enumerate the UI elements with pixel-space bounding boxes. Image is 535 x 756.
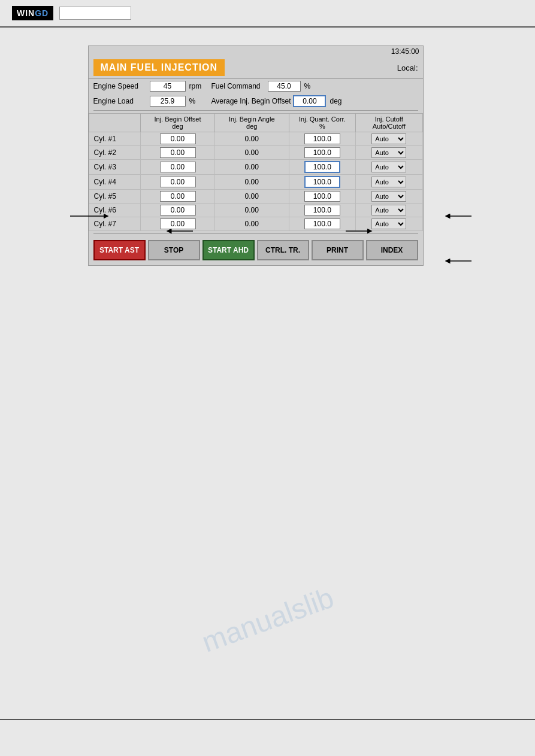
cyl-offset-cell-3 <box>141 160 215 175</box>
cyl-quant-cell-5 <box>289 190 355 204</box>
cyl-quant-input-7[interactable] <box>304 218 340 229</box>
cyl-label-4: Cyl. #4 <box>89 175 141 190</box>
cyl-angle-cell-1: 0.00 <box>214 132 289 146</box>
fuel-command-unit: % <box>304 82 319 90</box>
cyl-angle-cell-3: 0.00 <box>214 160 289 175</box>
engine-speed-label: Engine Speed <box>93 82 147 90</box>
engine-load-unit: % <box>189 97 204 105</box>
fuel-command-fields: Fuel Command % <box>211 81 319 92</box>
engine-load-label: Engine Load <box>93 97 147 105</box>
cyl-quant-input-6[interactable] <box>304 205 340 215</box>
cyl-quant-cell-6 <box>289 204 355 217</box>
cyl-cutoff-cell-3: Auto <box>356 160 422 175</box>
header: WINGD <box>0 0 535 26</box>
cyl-quant-cell-7 <box>289 217 355 231</box>
section-divider <box>93 110 418 111</box>
cyl-angle-cell-2: 0.00 <box>214 146 289 160</box>
table-row: Cyl. #40.00Auto <box>89 175 422 190</box>
panel: 13:45:00 MAIN FUEL INJECTION Local: Engi… <box>88 45 424 266</box>
cyl-quant-input-5[interactable] <box>304 191 340 202</box>
cyl-cutoff-cell-7: Auto <box>356 217 422 231</box>
cyl-label-6: Cyl. #6 <box>89 204 141 217</box>
engine-speed-input[interactable] <box>150 81 186 92</box>
cyl-label-1: Cyl. #1 <box>89 132 141 146</box>
table-row: Cyl. #50.00Auto <box>89 190 422 204</box>
cyl-offset-input-6[interactable] <box>160 205 196 215</box>
btn-stop[interactable]: STOP <box>148 240 200 260</box>
bottom-divider <box>0 719 535 720</box>
cyl-offset-input-5[interactable] <box>160 191 196 202</box>
cyl-offset-input-1[interactable] <box>160 133 196 144</box>
cyl-quant-input-4[interactable] <box>304 176 340 188</box>
cyl-angle-cell-6: 0.00 <box>214 204 289 217</box>
avg-inj-label: Average Inj. Begin Offset <box>211 97 291 105</box>
engine-speed-unit: rpm <box>189 82 204 90</box>
cyl-cutoff-cell-6: Auto <box>356 204 422 217</box>
timestamp-bar: 13:45:00 <box>89 46 423 57</box>
cyl-cutoff-select-1[interactable]: Auto <box>371 133 406 144</box>
cyl-angle-cell-4: 0.00 <box>214 175 289 190</box>
cyl-label-2: Cyl. #2 <box>89 146 141 160</box>
cyl-quant-input-3[interactable] <box>304 161 340 173</box>
btn-start-ahd[interactable]: START AHD <box>202 240 255 260</box>
cyl-offset-input-4[interactable] <box>160 177 196 187</box>
cyl-offset-input-7[interactable] <box>160 218 196 229</box>
title-bar: MAIN FUEL INJECTION Local: <box>89 57 423 79</box>
table-row: Cyl. #60.00Auto <box>89 204 422 217</box>
btn-start-ast[interactable]: START AST <box>93 240 146 260</box>
btn-ctrl-tr-[interactable]: CTRL. TR. <box>257 240 309 260</box>
cyl-offset-cell-1 <box>141 132 215 146</box>
fuel-command-label: Fuel Command <box>211 82 265 90</box>
cyl-quant-input-1[interactable] <box>304 133 340 144</box>
fuel-command-input[interactable] <box>268 81 301 92</box>
cyl-offset-cell-6 <box>141 204 215 217</box>
btn-index[interactable]: INDEX <box>366 240 418 260</box>
cyl-offset-input-2[interactable] <box>160 147 196 158</box>
cyl-cutoff-select-4[interactable]: Auto <box>371 177 406 187</box>
section-divider-2 <box>93 233 418 234</box>
watermark: manualslib <box>197 581 337 658</box>
cyl-cutoff-cell-5: Auto <box>356 190 422 204</box>
cyl-label-5: Cyl. #5 <box>89 190 141 204</box>
avg-inj-input[interactable] <box>293 95 326 107</box>
cylinder-table: Inj. Begin Offsetdeg Inj. Begin Angledeg… <box>89 113 423 231</box>
btn-print[interactable]: PRINT <box>312 240 364 260</box>
cyl-quant-cell-1 <box>289 132 355 146</box>
col-header-angle: Inj. Begin Angledeg <box>214 114 289 132</box>
engine-speed-row: Engine Speed rpm Fuel Command % <box>89 79 423 93</box>
cyl-cutoff-cell-1: Auto <box>356 132 422 146</box>
table-row: Cyl. #10.00Auto <box>89 132 422 146</box>
buttons-row: START ASTSTOPSTART AHDCTRL. TR.PRINTINDE… <box>89 235 423 265</box>
table-row: Cyl. #70.00Auto <box>89 217 422 231</box>
cyl-label-3: Cyl. #3 <box>89 160 141 175</box>
cyl-cutoff-select-5[interactable]: Auto <box>371 191 406 202</box>
page-wrapper: WINGD 13:45:00 MAIN FUEL INJECTION Local… <box>0 0 535 756</box>
cyl-angle-cell-5: 0.00 <box>214 190 289 204</box>
header-right-box <box>59 7 131 20</box>
cyl-cutoff-select-2[interactable]: Auto <box>371 147 406 158</box>
engine-load-input[interactable] <box>150 96 186 107</box>
col-header-cutoff: Inj. CutoffAuto/Cutoff <box>356 114 422 132</box>
main-content: 13:45:00 MAIN FUEL INJECTION Local: Engi… <box>0 28 535 284</box>
local-label: Local: <box>397 63 418 72</box>
cyl-quant-cell-3 <box>289 160 355 175</box>
cyl-cutoff-select-3[interactable]: Auto <box>371 162 406 172</box>
cyl-label-7: Cyl. #7 <box>89 217 141 231</box>
logo: WINGD <box>12 6 53 20</box>
cyl-offset-input-3[interactable] <box>160 162 196 172</box>
col-header-cyl <box>89 114 141 132</box>
cyl-cutoff-select-7[interactable]: Auto <box>371 218 406 229</box>
avg-inj-fields: Average Inj. Begin Offset deg <box>211 95 345 107</box>
cyl-quant-cell-4 <box>289 175 355 190</box>
cyl-cutoff-cell-4: Auto <box>356 175 422 190</box>
table-row: Cyl. #20.00Auto <box>89 146 422 160</box>
cyl-angle-cell-7: 0.00 <box>214 217 289 231</box>
cyl-offset-cell-4 <box>141 175 215 190</box>
engine-load-row: Engine Load % Average Inj. Begin Offset … <box>89 93 423 109</box>
cyl-cutoff-select-6[interactable]: Auto <box>371 205 406 215</box>
timestamp: 13:45:00 <box>391 47 419 56</box>
cyl-quant-input-2[interactable] <box>304 147 340 158</box>
cyl-offset-cell-2 <box>141 146 215 160</box>
panel-title: MAIN FUEL INJECTION <box>93 59 225 76</box>
col-header-quant: Inj. Quant. Corr.% <box>289 114 355 132</box>
